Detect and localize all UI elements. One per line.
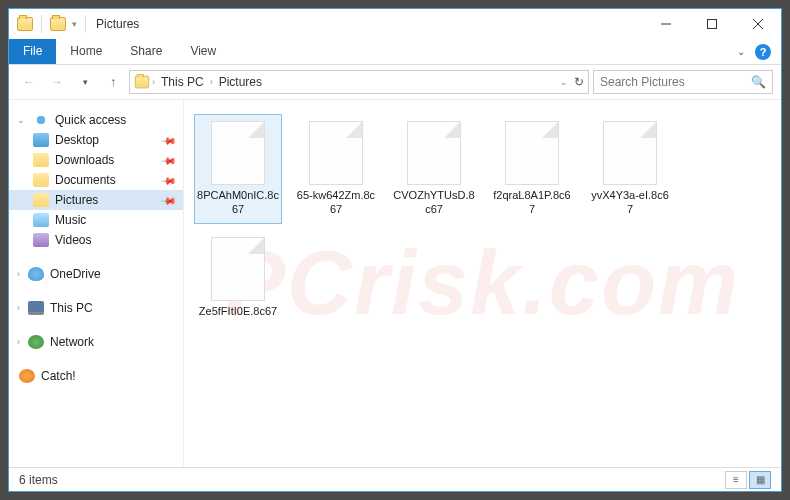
tree-group-this-pc: ›This PC xyxy=(9,298,183,318)
sidebar-item-downloads[interactable]: Downloads📌 xyxy=(9,150,183,170)
sidebar-item-music[interactable]: Music xyxy=(9,210,183,230)
file-icon xyxy=(211,237,265,301)
file-name: Ze5fFItI0E.8c67 xyxy=(199,305,277,319)
tab-share[interactable]: Share xyxy=(116,39,176,64)
file-icon xyxy=(505,121,559,185)
window-controls xyxy=(643,9,781,39)
tree-group-quick-access: ⌄ Quick access Desktop📌 Downloads📌 Docum… xyxy=(9,110,183,250)
file-item[interactable]: 8PCAhM0nIC.8c67 xyxy=(194,114,282,224)
app-icon[interactable] xyxy=(17,17,33,31)
sidebar-item-label: Music xyxy=(55,213,86,227)
item-count: 6 items xyxy=(19,473,58,487)
folder-icon xyxy=(33,193,49,207)
pin-icon: 📌 xyxy=(161,132,177,148)
sidebar-item-label: Pictures xyxy=(55,193,98,207)
recent-dropdown-icon[interactable]: ▾ xyxy=(73,70,97,94)
qat-folder-icon[interactable] xyxy=(50,17,66,31)
pin-icon: 📌 xyxy=(161,192,177,208)
breadcrumb-label: Pictures xyxy=(219,75,262,89)
computer-icon xyxy=(28,301,44,315)
chevron-right-icon[interactable]: › xyxy=(17,269,20,279)
file-name: 8PCAhM0nIC.8c67 xyxy=(197,189,279,217)
ribbon-tabs: File Home Share View ⌄ ? xyxy=(9,39,781,65)
sidebar-item-label: Catch! xyxy=(41,369,76,383)
expand-ribbon-icon[interactable]: ⌄ xyxy=(737,46,745,57)
details-view-button[interactable]: ≡ xyxy=(725,471,747,489)
ribbon-spacer xyxy=(230,39,737,64)
sidebar-item-videos[interactable]: Videos xyxy=(9,230,183,250)
forward-button[interactable]: → xyxy=(45,70,69,94)
sidebar-item-pictures[interactable]: Pictures📌 xyxy=(9,190,183,210)
chevron-right-icon[interactable]: › xyxy=(152,77,155,87)
sidebar-item-desktop[interactable]: Desktop📌 xyxy=(9,130,183,150)
folder-icon xyxy=(33,173,49,187)
sidebar-item-label: This PC xyxy=(50,301,93,315)
qat-separator xyxy=(85,15,86,33)
sidebar-item-catch[interactable]: Catch! xyxy=(9,366,183,386)
star-icon xyxy=(33,113,49,127)
chevron-right-icon[interactable]: › xyxy=(17,303,20,313)
catch-icon xyxy=(19,369,35,383)
sidebar-item-this-pc[interactable]: ›This PC xyxy=(9,298,183,318)
file-icon xyxy=(309,121,363,185)
sidebar-item-quick-access[interactable]: ⌄ Quick access xyxy=(9,110,183,130)
desktop-icon xyxy=(33,133,49,147)
tab-home[interactable]: Home xyxy=(56,39,116,64)
file-item[interactable]: f2qraL8A1P.8c67 xyxy=(488,114,576,224)
file-name: 65-kw642Zm.8c67 xyxy=(295,189,377,217)
breadcrumb-this-pc[interactable]: This PC xyxy=(157,75,208,89)
breadcrumb-pictures[interactable]: Pictures xyxy=(215,75,266,89)
cloud-icon xyxy=(28,267,44,281)
address-row: ← → ▾ ↑ › This PC › Pictures ⌄ ↻ Search … xyxy=(9,65,781,99)
sidebar-item-label: Desktop xyxy=(55,133,99,147)
video-icon xyxy=(33,233,49,247)
address-bar[interactable]: › This PC › Pictures ⌄ ↻ xyxy=(129,70,589,94)
back-button[interactable]: ← xyxy=(17,70,41,94)
file-item[interactable]: yvX4Y3a-eI.8c67 xyxy=(586,114,674,224)
sidebar-item-label: Documents xyxy=(55,173,116,187)
chevron-right-icon[interactable]: › xyxy=(17,337,20,347)
quick-access-toolbar: ▾ xyxy=(9,15,90,33)
tree-group-catch: Catch! xyxy=(9,366,183,386)
network-icon xyxy=(28,335,44,349)
file-item[interactable]: CVOZhYTUsD.8c67 xyxy=(390,114,478,224)
help-icon[interactable]: ? xyxy=(755,44,771,60)
minimize-button[interactable] xyxy=(643,9,689,39)
refresh-icon[interactable]: ↻ xyxy=(574,75,584,89)
qat-dropdown-icon[interactable]: ▾ xyxy=(72,19,77,29)
sidebar-item-onedrive[interactable]: ›OneDrive xyxy=(9,264,183,284)
file-icon xyxy=(407,121,461,185)
file-name: yvX4Y3a-eI.8c67 xyxy=(589,189,671,217)
sidebar-item-network[interactable]: ›Network xyxy=(9,332,183,352)
search-input[interactable]: Search Pictures 🔍 xyxy=(593,70,773,94)
maximize-button[interactable] xyxy=(689,9,735,39)
titlebar[interactable]: ▾ Pictures xyxy=(9,9,781,39)
view-mode-switcher: ≡ ▦ xyxy=(725,471,771,489)
close-button[interactable] xyxy=(735,9,781,39)
tab-view[interactable]: View xyxy=(176,39,230,64)
tab-file[interactable]: File xyxy=(9,39,56,64)
search-icon: 🔍 xyxy=(751,75,766,89)
chevron-right-icon[interactable]: › xyxy=(210,77,213,87)
file-item[interactable]: Ze5fFItI0E.8c67 xyxy=(194,230,282,326)
sidebar-item-documents[interactable]: Documents📌 xyxy=(9,170,183,190)
pin-icon: 📌 xyxy=(161,172,177,188)
file-item[interactable]: 65-kw642Zm.8c67 xyxy=(292,114,380,224)
address-folder-icon xyxy=(135,76,149,89)
icons-view-button[interactable]: ▦ xyxy=(749,471,771,489)
ribbon-actions: ⌄ ? xyxy=(737,39,781,64)
file-icon xyxy=(211,121,265,185)
up-button[interactable]: ↑ xyxy=(101,70,125,94)
body-area: ⌄ Quick access Desktop📌 Downloads📌 Docum… xyxy=(9,99,781,467)
folder-icon xyxy=(33,153,49,167)
file-name: CVOZhYTUsD.8c67 xyxy=(393,189,475,217)
tree-group-network: ›Network xyxy=(9,332,183,352)
status-bar: 6 items ≡ ▦ xyxy=(9,467,781,491)
chevron-down-icon[interactable]: ⌄ xyxy=(560,77,568,87)
sidebar-item-label: Downloads xyxy=(55,153,114,167)
navigation-pane[interactable]: ⌄ Quick access Desktop📌 Downloads📌 Docum… xyxy=(9,100,184,467)
search-placeholder: Search Pictures xyxy=(600,75,685,89)
file-list[interactable]: PCrisk.com 8PCAhM0nIC.8c67 65-kw642Zm.8c… xyxy=(184,100,781,467)
chevron-down-icon[interactable]: ⌄ xyxy=(17,115,25,125)
music-icon xyxy=(33,213,49,227)
